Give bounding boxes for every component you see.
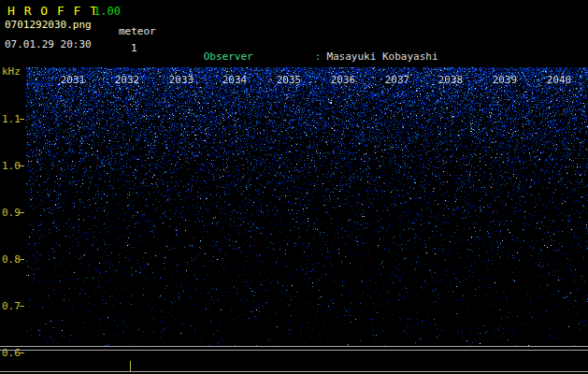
time-label-2033: 2033 xyxy=(168,74,194,86)
freq-label-0.9: 0.9 xyxy=(2,208,19,218)
output-filename: 0701292030.png xyxy=(5,19,92,31)
time-label-2036: 2036 xyxy=(330,74,356,86)
freq-label-0.8: 0.8 xyxy=(2,254,19,265)
time-label-2032: 2032 xyxy=(114,74,140,86)
time-label-2037: 2037 xyxy=(384,74,410,86)
freq-label-1.0: 1.0 xyxy=(2,161,19,171)
time-label-2039: 2039 xyxy=(492,74,518,86)
info-separator: : xyxy=(315,50,327,63)
datetime-label: 07.01.29 20:30 xyxy=(5,38,92,50)
time-label-2035: 2035 xyxy=(276,74,302,86)
level-panel-top-line xyxy=(0,346,588,347)
level-panel-upper-line xyxy=(0,350,588,351)
freq-label-1.1: 1.1 xyxy=(2,114,19,124)
hrofft-output-image: H R O F F T 1.00 0701292030.png meteor 0… xyxy=(0,0,588,374)
channel-count: 1 xyxy=(131,42,137,54)
freq-axis-unit: kHz xyxy=(2,65,21,78)
freq-tick xyxy=(20,119,24,120)
freq-tick xyxy=(20,306,24,307)
info-row-observer: Observer:Masayuki Kobayashi xyxy=(166,40,588,51)
info-value: Masayuki Kobayashi xyxy=(326,50,437,63)
freq-tick xyxy=(20,259,24,260)
spectrogram-noise xyxy=(26,67,588,346)
time-label-2040: 2040 xyxy=(546,74,572,86)
info-label: Observer xyxy=(204,51,315,63)
freq-tick xyxy=(20,165,24,166)
level-panel-time-tick xyxy=(130,361,131,371)
freq-tick xyxy=(20,352,24,353)
freq-tick xyxy=(20,212,24,213)
mode-label: meteor xyxy=(119,25,156,37)
freq-label-0.7: 0.7 xyxy=(2,301,19,311)
level-panel-bottom-line xyxy=(0,371,588,372)
app-title: H R O F F T xyxy=(7,4,98,18)
app-version: 1.00 xyxy=(93,5,121,18)
time-label-2034: 2034 xyxy=(222,74,248,86)
time-label-2031: 2031 xyxy=(60,74,86,86)
time-label-2038: 2038 xyxy=(437,74,464,86)
